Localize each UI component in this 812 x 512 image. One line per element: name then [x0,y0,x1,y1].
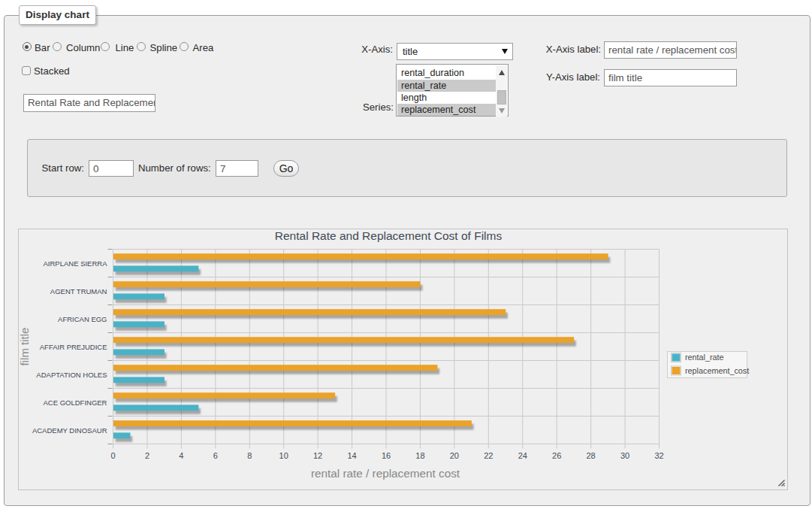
svg-text:16: 16 [382,451,391,460]
svg-text:replacement_cost: replacement_cost [685,366,749,375]
svg-text:0: 0 [110,451,115,460]
svg-text:28: 28 [587,451,596,460]
svg-text:12: 12 [313,451,322,460]
svg-text:26: 26 [552,451,561,460]
svg-text:Rental Rate and Replacement Co: Rental Rate and Replacement Cost of Film… [275,229,503,242]
svg-text:10: 10 [279,451,288,460]
svg-text:30: 30 [620,451,629,460]
svg-text:rental rate / replacement cost: rental rate / replacement cost [311,467,460,480]
svg-text:2: 2 [145,451,149,460]
svg-text:18: 18 [415,451,424,460]
svg-text:32: 32 [654,451,663,460]
svg-text:film title: film title [18,328,31,366]
svg-text:6: 6 [213,451,218,460]
svg-text:4: 4 [179,451,183,460]
svg-text:AFRICAN EGG: AFRICAN EGG [58,315,107,323]
svg-text:ADAPTATION HOLES: ADAPTATION HOLES [36,371,107,379]
svg-text:AIRPLANE SIERRA: AIRPLANE SIERRA [44,259,108,268]
svg-text:14: 14 [347,451,356,460]
svg-text:ACADEMY DINOSAUR: ACADEMY DINOSAUR [32,426,107,435]
svg-text:22: 22 [484,451,493,460]
svg-text:20: 20 [450,451,459,460]
svg-text:ACE GOLDFINGER: ACE GOLDFINGER [44,398,107,407]
svg-text:8: 8 [247,451,252,460]
svg-text:rental_rate: rental_rate [685,353,724,362]
svg-text:AFFAIR PREJUDICE: AFFAIR PREJUDICE [40,343,107,351]
svg-text:AGENT TRUMAN: AGENT TRUMAN [50,287,107,295]
svg-text:24: 24 [518,451,527,460]
